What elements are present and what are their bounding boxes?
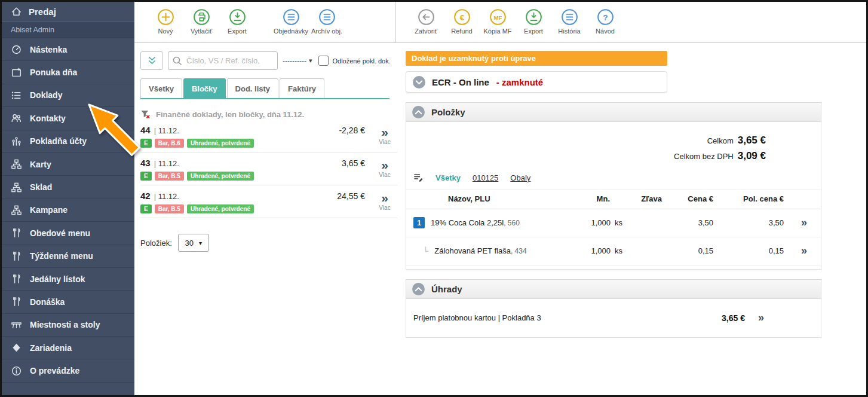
sitemap-icon (11, 182, 22, 193)
lines-icon (282, 8, 300, 26)
button-label: Návod (596, 28, 615, 35)
document-row[interactable]: 44 11.12. -2,28 € E Bar, B.6 Uhradené, p… (140, 120, 397, 152)
sidebar-item-kontakty[interactable]: Kontakty (2, 107, 134, 130)
chevron-up-circle-icon[interactable] (412, 105, 425, 119)
document-summary: 44 11.12. -2,28 € E Bar, B.6 Uhradené, p… (140, 125, 372, 148)
item-line-total: 0,15 (717, 246, 787, 255)
sidebar-item-ponuka-dna[interactable]: Ponuka dňa (2, 61, 134, 84)
tab-blocky[interactable]: Bločky (183, 78, 226, 98)
sidebar-item-label: Ponuka dňa (30, 68, 77, 77)
items-filter-all[interactable]: Všetky (435, 173, 461, 182)
list-edit-icon[interactable] (413, 173, 424, 183)
more-label: Viac (379, 172, 390, 178)
item-row: 1 19% Coca Cola 2,25l, 560 1,000ks 3,50 … (406, 209, 821, 237)
item-more-icon[interactable] (801, 216, 807, 228)
payment-row: Príjem platobnou kartou | Pokladňa 3 3,6… (406, 313, 821, 323)
list-icon (11, 90, 22, 101)
items-section-header[interactable]: Položky (406, 102, 821, 122)
sidebar-item-sklad[interactable]: Sklad (2, 176, 134, 198)
payment-more-icon[interactable] (758, 313, 764, 322)
history-button[interactable]: História (551, 8, 587, 35)
document-more-button[interactable]: Viac (372, 125, 397, 148)
sidebar-item-o-prevadzke[interactable]: O prevádzke (2, 359, 134, 382)
sidebar-item-obedove-menu[interactable]: Obedové menu (2, 222, 134, 245)
search-box (168, 51, 278, 70)
document-tags: E Bar, B.6 Uhradené, potvrdené (140, 139, 372, 148)
sitemap-icon (11, 204, 22, 216)
search-input[interactable] (168, 51, 278, 70)
page-size-row: Položiek: 30 (140, 234, 397, 252)
sidebar-item-kampane[interactable]: Kampane (2, 199, 134, 222)
help-button[interactable]: ? Návod (587, 8, 623, 35)
new-button[interactable]: Nový (148, 8, 183, 35)
content: ---------- Odložené pokl. dok. Všetky Bl… (134, 43, 866, 395)
payments-section-header[interactable]: Úhrady (406, 279, 821, 299)
sidebar-item-jedalny-listok[interactable]: Jedálny lístok (2, 268, 134, 291)
close-button[interactable]: Zatvoriť (408, 8, 444, 35)
export-button[interactable]: Export (219, 8, 255, 35)
document-row[interactable]: 42 11.12. 24,55 € E Bar, B.5 Uhradené, p… (140, 185, 397, 218)
sidebar-item-doklady[interactable]: Doklady (2, 84, 134, 107)
sidebar-item-tyzdenne-menu[interactable]: Týždenné menu (2, 245, 134, 268)
deferred-docs-label[interactable]: Odložené pokl. dok. (333, 57, 391, 65)
expand-filters-button[interactable] (140, 51, 163, 70)
document-more-button[interactable]: Viac (372, 158, 397, 181)
double-chevron-down-icon (146, 56, 158, 66)
export-detail-button[interactable]: Export (516, 8, 551, 35)
item-name: 19% Coca Cola 2,25l (431, 218, 504, 227)
people-icon (11, 112, 22, 124)
chevron-down-circle-icon[interactable] (412, 75, 426, 89)
export-icon (525, 8, 543, 26)
copy-mf-button[interactable]: MF Kópia MF (480, 8, 516, 35)
item-index-badge: 1 (413, 217, 425, 228)
sidebar-item-label: Doklady (30, 90, 62, 100)
source-badge: Bar, B.6 (155, 139, 184, 148)
ecr-row[interactable]: ECR - On line - zamknuté (406, 71, 667, 93)
items-filter-packaging[interactable]: Obaly (510, 173, 530, 182)
main-area: Nový Vytlačiť Export Objednávky Archív o… (134, 2, 866, 395)
status-badge: Uhradené, potvrdené (187, 139, 254, 148)
sidebar-item-label: Kampane (30, 205, 68, 215)
star-frame-icon (11, 67, 22, 78)
refund-button[interactable]: € Refund (444, 8, 480, 35)
page-size-select[interactable]: 30 (178, 234, 209, 252)
tab-vsetky[interactable]: Všetky (140, 78, 182, 98)
lines-icon (560, 8, 579, 26)
document-number: 44 (140, 125, 151, 135)
deferred-docs-checkbox[interactable] (318, 56, 329, 66)
print-button[interactable]: Vytlačiť (183, 8, 219, 35)
arrow-left-icon (417, 8, 435, 26)
sidebar-header-predaj[interactable]: Predaj (2, 2, 134, 22)
sidebar-item-pokladna-ucty[interactable]: Pokladňa účty (2, 130, 134, 153)
sidebar-item-donaska[interactable]: Donáška (2, 291, 134, 313)
document-summary: 42 11.12. 24,55 € E Bar, B.5 Uhradené, p… (140, 191, 372, 213)
table-icon (11, 319, 22, 331)
column-line-total: Pol. cena € (717, 194, 787, 203)
item-price: 0,15 (665, 246, 717, 255)
sidebar-item-nastenka[interactable]: Nástenka (2, 38, 134, 61)
button-label: Export (228, 28, 247, 35)
sidebar: Predaj Abiset Admin Nástenka Ponuka dňa … (2, 2, 134, 395)
sidebar-item-miestnosti-a-stoly[interactable]: Miestnosti a stoly (2, 314, 134, 337)
document-summary: 43 11.12. 3,65 € E Bar, B.5 Uhradené, po… (140, 158, 372, 181)
deferred-docs-checkbox-row: Odložené pokl. dok. (318, 56, 391, 66)
user-name: Abiset Admin (11, 26, 54, 34)
sidebar-item-label: Karty (30, 160, 51, 169)
document-more-button[interactable]: Viac (372, 191, 397, 213)
item-plu: , 434 (511, 247, 527, 255)
orders-archive-button[interactable]: Archív obj. (309, 8, 345, 35)
sidebar-item-karty[interactable]: Karty (2, 153, 134, 176)
sidebar-item-zariadenia[interactable]: Zariadenia (2, 337, 134, 359)
document-type-dropdown[interactable]: ---------- (283, 57, 312, 65)
chevron-up-circle-icon[interactable] (412, 282, 425, 296)
orders-button[interactable]: Objednávky (273, 8, 309, 35)
sitemap-icon (11, 158, 22, 170)
tab-dod-listy[interactable]: Dod. listy (227, 78, 279, 98)
items-filter-number[interactable]: 010125 (473, 173, 498, 182)
filter-remove-icon[interactable] (140, 109, 151, 120)
tab-faktury[interactable]: Faktúry (280, 78, 324, 98)
item-more-icon[interactable] (801, 245, 807, 256)
document-date: 11.12. (154, 126, 179, 135)
sidebar-user-label: Abiset Admin (2, 22, 134, 38)
document-row[interactable]: 43 11.12. 3,65 € E Bar, B.5 Uhradené, po… (140, 152, 397, 185)
